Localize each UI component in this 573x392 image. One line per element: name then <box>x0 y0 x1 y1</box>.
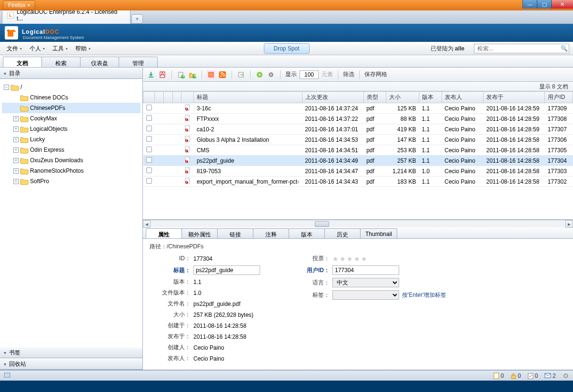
prop-userid-input[interactable] <box>332 265 399 275</box>
expand-icon[interactable]: + <box>13 127 19 132</box>
column-header[interactable]: 发布人 <box>442 92 483 103</box>
row-checkbox[interactable] <box>146 136 152 142</box>
add-document-icon[interactable]: + <box>177 70 185 79</box>
status-gear-icon[interactable] <box>563 372 569 379</box>
tree-root[interactable]: −/ <box>2 82 141 92</box>
prop-title-input[interactable] <box>193 265 260 275</box>
row-checkbox[interactable] <box>146 147 152 152</box>
column-header[interactable]: 大小 <box>386 92 419 103</box>
tab-search[interactable]: 检索 <box>41 57 80 67</box>
column-header[interactable] <box>181 92 194 103</box>
tab-admin[interactable]: 管理 <box>119 57 158 67</box>
row-checkbox[interactable] <box>146 105 152 110</box>
column-header[interactable] <box>155 92 164 103</box>
firefox-button[interactable]: Firefox <box>3 0 35 10</box>
prop-tag-select[interactable] <box>332 290 399 300</box>
status-messages[interactable]: 2 <box>544 372 556 379</box>
download-icon[interactable] <box>147 70 155 79</box>
menu-help[interactable]: 帮助 <box>72 43 93 54</box>
expand-icon[interactable]: + <box>13 116 19 121</box>
row-checkbox[interactable] <box>146 157 152 163</box>
menu-file[interactable]: 文件 <box>4 43 25 54</box>
new-tab-button[interactable]: + <box>131 14 143 24</box>
column-header[interactable]: 发布于 <box>483 92 545 103</box>
table-row[interactable]: A819-70532011-08-16 14:34:47pdf1,214 KB1… <box>143 166 573 176</box>
column-header[interactable]: 标题 <box>194 92 302 103</box>
tree-folder[interactable]: +LogicalObjects <box>2 124 141 134</box>
expand-icon[interactable]: + <box>13 168 19 174</box>
scroll-thumb[interactable] <box>315 221 329 227</box>
search-input[interactable] <box>474 45 559 52</box>
tree-folder[interactable]: Chinese DOCs <box>2 92 141 103</box>
add-folder-icon[interactable]: + <box>188 70 197 79</box>
expand-icon[interactable]: + <box>13 137 19 142</box>
drop-spot[interactable]: Drop Spot <box>263 43 309 54</box>
menu-personal[interactable]: 个人 <box>27 43 48 54</box>
tree-folder[interactable]: ChinesePDFs <box>2 103 141 113</box>
detail-tab-thumbnail[interactable]: Thumbnail <box>360 228 397 238</box>
row-checkbox[interactable] <box>146 126 152 131</box>
detail-tab-props[interactable]: 属性 <box>146 228 182 238</box>
table-row[interactable]: Aca10-22011-08-16 14:37:01pdf419 KB1.1Ce… <box>143 124 573 135</box>
row-checkbox[interactable] <box>146 178 152 184</box>
page-size-input[interactable] <box>300 70 319 79</box>
search-icon[interactable]: 🔍 <box>559 45 569 52</box>
pdf-icon[interactable]: A <box>158 70 167 79</box>
collapse-icon[interactable]: − <box>4 85 9 90</box>
table-row[interactable]: Aps22pdf_guide2011-08-16 14:34:49pdf257 … <box>143 156 573 166</box>
tree-folder[interactable]: +OxuZeus Downloads <box>2 155 141 166</box>
table-row[interactable]: ACMS2011-08-16 14:34:51pdf253 KB1.1Cecio… <box>143 145 573 156</box>
cut-icon[interactable] <box>207 70 215 79</box>
tab-documents[interactable]: 文档 <box>3 57 42 67</box>
column-header[interactable]: 上次更改 <box>302 92 363 103</box>
horizontal-scrollbar[interactable]: ◂ ▸ <box>143 220 573 227</box>
prop-lang-select[interactable]: 中文 <box>332 278 399 287</box>
tree-folder[interactable]: +CookyMax <box>2 113 141 124</box>
tree-folder[interactable]: +RanomeStockPhotos <box>2 166 141 176</box>
column-header[interactable]: 类型 <box>363 92 386 103</box>
add-tag-hint[interactable]: 按'Enter'增加标签 <box>402 291 446 299</box>
expand-icon[interactable]: + <box>13 147 19 153</box>
filter-button[interactable]: 筛选 <box>343 70 354 78</box>
table-row[interactable]: AGlobus 3 Alpha 2 Installation2011-08-16… <box>143 135 573 145</box>
detail-tab-ext[interactable]: 额外属性 <box>181 228 218 238</box>
table-row[interactable]: A3-16c2011-08-16 14:37:24pdf125 KB1.1Cec… <box>143 103 573 114</box>
row-checkbox[interactable] <box>146 115 152 121</box>
export-icon[interactable] <box>237 70 245 79</box>
scroll-left-icon[interactable]: ◂ <box>143 220 151 228</box>
table-row[interactable]: AFTPxxxx2011-08-16 14:37:22pdf88 KB1.1Ce… <box>143 114 573 124</box>
rating-stars[interactable]: ★★★★★ <box>332 255 368 263</box>
detail-tab-history[interactable]: 历史 <box>324 228 361 238</box>
status-checkedout[interactable]: 0 <box>528 372 538 379</box>
maximize-button[interactable]: ▢ <box>537 0 551 9</box>
tree-folder[interactable]: +Odin Express <box>2 145 141 155</box>
settings-icon[interactable] <box>267 70 275 79</box>
acc-trash[interactable]: ▾回收站 <box>0 358 142 370</box>
column-header[interactable]: 版本 <box>419 92 442 103</box>
tree-folder[interactable]: +Lucky <box>2 134 141 145</box>
expand-icon[interactable]: + <box>13 158 19 163</box>
column-header[interactable] <box>143 92 155 103</box>
column-header[interactable] <box>163 92 172 103</box>
row-checkbox[interactable] <box>146 167 152 173</box>
office-icon[interactable] <box>255 70 264 79</box>
detail-tab-versions[interactable]: 版本 <box>289 228 325 238</box>
minimize-button[interactable]: — <box>523 0 537 9</box>
detail-tab-notes[interactable]: 注释 <box>253 228 289 238</box>
table-row[interactable]: Aexport_import_manual_from_former-pct-20… <box>143 176 573 187</box>
close-button[interactable]: ✕ <box>551 0 573 9</box>
status-clipboard[interactable]: 0 <box>493 372 504 379</box>
status-locked[interactable]: 0 <box>511 372 521 379</box>
detail-tab-links[interactable]: 链接 <box>217 228 253 238</box>
acc-bookmarks[interactable]: ▾书签 <box>0 347 142 358</box>
tab-dashboard[interactable]: 仪表盘 <box>80 57 119 67</box>
column-header[interactable] <box>172 92 181 103</box>
expand-icon[interactable]: + <box>13 179 19 184</box>
acc-directory[interactable]: ▾目录 <box>0 68 142 79</box>
tree-folder[interactable]: +SoftPro <box>2 176 141 186</box>
rss-icon[interactable] <box>218 70 227 79</box>
column-header[interactable]: 用户ID <box>545 92 573 103</box>
save-grid-button[interactable]: 保存网格 <box>364 70 387 78</box>
scroll-right-icon[interactable]: ▸ <box>565 220 573 228</box>
menu-tools[interactable]: 工具 <box>50 43 70 54</box>
